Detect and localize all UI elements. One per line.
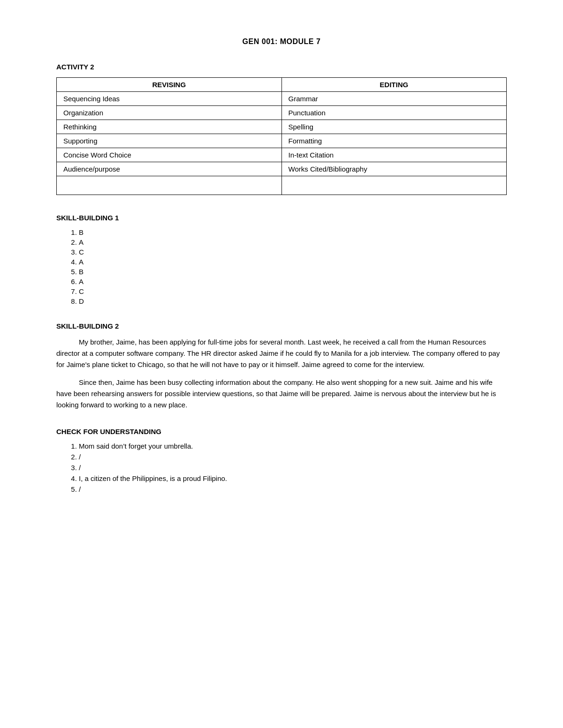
skill1-list: BACABACD [79,228,507,305]
list-item: / [79,485,507,493]
list-item: C [79,287,507,295]
list-item: A [79,258,507,266]
table-row: Formatting [282,134,507,148]
skill-building-1-section: SKILL-BUILDING 1 BACABACD [56,214,507,305]
table-row: Organization [57,106,282,120]
table-row: Works Cited/Bibliography [282,162,507,176]
activity2-table: REVISING EDITING Sequencing IdeasGrammar… [56,77,507,195]
skill-building-1-heading: SKILL-BUILDING 1 [56,214,507,222]
table-row: Concise Word Choice [57,148,282,162]
table-row: Punctuation [282,106,507,120]
list-item: D [79,297,507,305]
table-row [282,176,507,195]
list-item: Mom said don’t forget your umbrella. [79,442,507,450]
table-row: Sequencing Ideas [57,92,282,106]
table-row: Grammar [282,92,507,106]
skill2-paragraph1: My brother, Jaime, has been applying for… [56,337,507,370]
list-item: A [79,278,507,285]
list-item: B [79,268,507,276]
list-item: A [79,238,507,246]
list-item: I, a citizen of the Philippines, is a pr… [79,474,507,482]
skill2-paragraph2: Since then, Jaime has been busy collecti… [56,377,507,411]
list-item: / [79,464,507,472]
table-row [57,176,282,195]
table-row: Rethinking [57,120,282,134]
table-row: Supporting [57,134,282,148]
skill-building-2-section: SKILL-BUILDING 2 My brother, Jaime, has … [56,322,507,411]
check-list: Mom said don’t forget your umbrella.//I,… [79,442,507,493]
col-editing-header: EDITING [282,78,507,92]
table-row: In-text Citation [282,148,507,162]
page-title: GEN 001: MODULE 7 [56,38,507,46]
check-section: CHECK FOR UNDERSTANDING Mom said don’t f… [56,428,507,493]
col-revising-header: REVISING [57,78,282,92]
activity2-heading: ACTIVITY 2 [56,63,507,71]
list-item: B [79,228,507,236]
table-row: Spelling [282,120,507,134]
list-item: / [79,453,507,461]
skill-building-2-heading: SKILL-BUILDING 2 [56,322,507,330]
list-item: C [79,248,507,256]
check-heading: CHECK FOR UNDERSTANDING [56,428,507,435]
table-row: Audience/purpose [57,162,282,176]
activity2-section: ACTIVITY 2 REVISING EDITING Sequencing I… [56,63,507,195]
